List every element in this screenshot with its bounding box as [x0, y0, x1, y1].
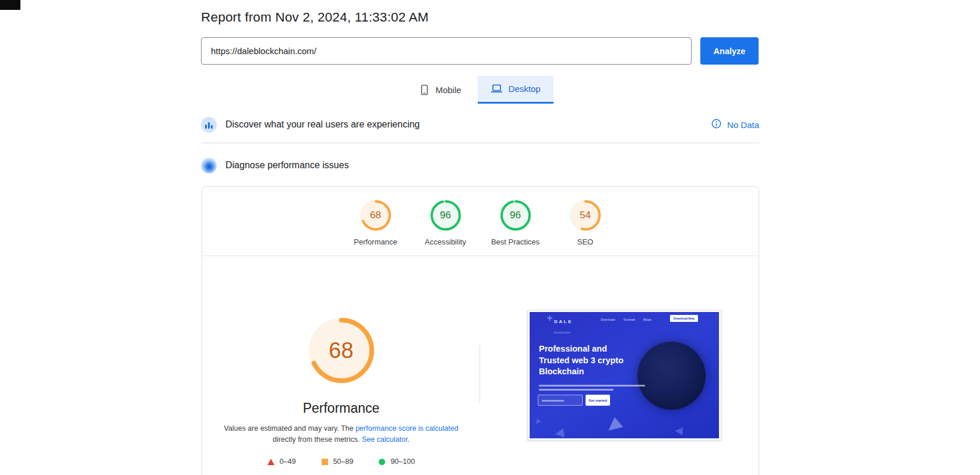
score-seo[interactable]: 54 SEO	[551, 200, 621, 246]
performance-big-gauge: 68	[308, 317, 375, 384]
lab-data-gauge-icon	[201, 158, 217, 173]
performance-score-value: 68	[308, 317, 375, 384]
legend-average-label: 50–89	[333, 458, 354, 466]
decor-triangle	[555, 425, 567, 437]
score-label: Best Practices	[491, 238, 540, 246]
decor-triangle	[533, 416, 541, 424]
legend-good-label: 90–100	[390, 458, 415, 466]
average-square-icon	[322, 459, 328, 465]
vertical-divider	[480, 345, 480, 403]
site-logo-icon	[547, 316, 552, 321]
site-nav-item: Download	[601, 318, 615, 321]
score-value: 96	[430, 200, 461, 231]
disclaimer-link[interactable]: See calculator	[362, 435, 408, 444]
disclaimer-text: Values are estimated and may vary. The	[224, 424, 355, 433]
category-scores-row: 68 Performance 96 Accessibility 96 Best …	[202, 200, 759, 246]
tab-mobile[interactable]: Mobile	[407, 76, 474, 104]
site-logo-subtext: blockchain	[554, 331, 571, 334]
tab-desktop-label: Desktop	[509, 84, 541, 94]
site-preview: DALE blockchain Download Tutorials Blogs…	[530, 312, 719, 438]
score-range-legend: 0–49 50–89 90–100	[267, 458, 415, 466]
desktop-laptop-icon	[491, 84, 503, 94]
section-divider	[201, 143, 759, 143]
score-accessibility[interactable]: 96 Accessibility	[411, 200, 481, 246]
site-globe-graphic	[637, 342, 706, 410]
legend-poor-label: 0–49	[280, 458, 296, 466]
poor-triangle-icon	[267, 459, 274, 465]
score-value: 54	[570, 200, 601, 231]
site-tagline-line	[539, 389, 614, 391]
disclaimer-text: .	[407, 435, 409, 444]
site-screenshot-thumbnail: DALE blockchain Download Tutorials Blogs…	[527, 310, 721, 441]
score-value: 68	[360, 200, 392, 231]
site-nav: Download Tutorials Blogs	[601, 318, 651, 321]
page-title: Report from Nov 2, 2024, 11:33:02 AM	[201, 10, 429, 25]
decor-triangle	[675, 423, 686, 435]
score-label: Accessibility	[425, 238, 466, 246]
no-data-link[interactable]: No Data	[727, 120, 759, 130]
site-hero-heading: Professional and Trusted web 3 crypto Bl…	[539, 343, 623, 378]
legend-good: 90–100	[379, 458, 415, 466]
field-data-section-header: Discover what your real users are experi…	[201, 112, 759, 137]
score-label: SEO	[577, 238, 593, 246]
decor-triangle	[605, 414, 623, 431]
site-tagline-line	[539, 385, 645, 387]
tab-desktop[interactable]: Desktop	[478, 76, 554, 104]
lab-data-section-header: Diagnose performance issues	[201, 153, 759, 178]
performance-disclaimer: Values are estimated and may vary. The p…	[218, 423, 465, 445]
disclaimer-text: directly from these metrics.	[273, 435, 362, 444]
site-logo: DALE blockchain	[547, 315, 573, 336]
analyze-button[interactable]: Analyze	[700, 37, 759, 65]
tab-mobile-label: Mobile	[435, 85, 461, 95]
performance-detail-panel: 68 Performance Values are estimated and …	[202, 256, 480, 466]
site-nav-item: Blogs	[643, 318, 651, 321]
score-best-practices[interactable]: 96 Best Practices	[481, 200, 551, 246]
score-label: Performance	[354, 238, 397, 246]
screen-corner-artifact	[0, 0, 20, 10]
site-email-input	[538, 395, 583, 406]
legend-poor: 0–49	[267, 458, 296, 466]
score-value: 96	[500, 200, 531, 231]
info-icon	[711, 119, 721, 131]
site-nav-item: Tutorials	[623, 318, 635, 321]
mobile-phone-icon	[420, 84, 429, 95]
good-circle-icon	[379, 459, 385, 465]
field-data-chart-icon	[201, 117, 217, 133]
site-get-started-button: Get started	[586, 395, 610, 406]
site-logo-text: DALE	[554, 319, 573, 324]
url-input[interactable]	[201, 37, 692, 65]
device-tabs: Mobile Desktop	[201, 76, 759, 104]
disclaimer-link[interactable]: performance score is calculated	[355, 424, 458, 433]
performance-panel-title: Performance	[303, 400, 380, 416]
lab-data-title: Diagnose performance issues	[225, 160, 349, 171]
field-data-title: Discover what your real users are experi…	[225, 119, 420, 130]
legend-average: 50–89	[322, 458, 354, 466]
site-download-button: Download Now	[670, 315, 698, 322]
no-data-group[interactable]: No Data	[711, 119, 759, 131]
score-performance[interactable]: 68 Performance	[341, 200, 411, 246]
